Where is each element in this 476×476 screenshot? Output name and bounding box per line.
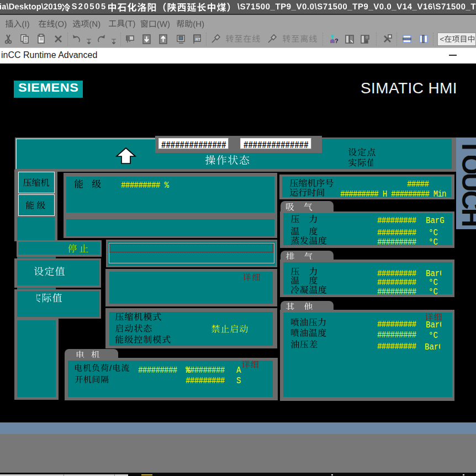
svg-text:RT: RT bbox=[195, 38, 201, 41]
svg-text:?: ? bbox=[335, 38, 339, 44]
